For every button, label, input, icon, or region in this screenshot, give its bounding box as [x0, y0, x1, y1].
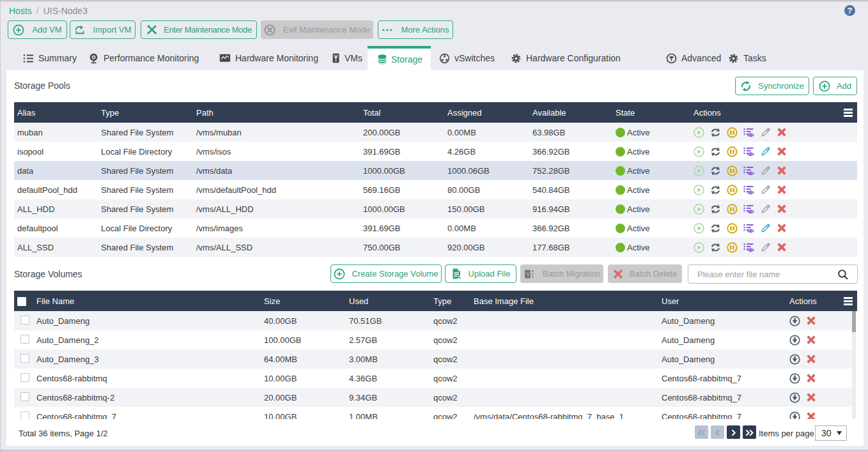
svg-text:V: V: [526, 271, 530, 277]
